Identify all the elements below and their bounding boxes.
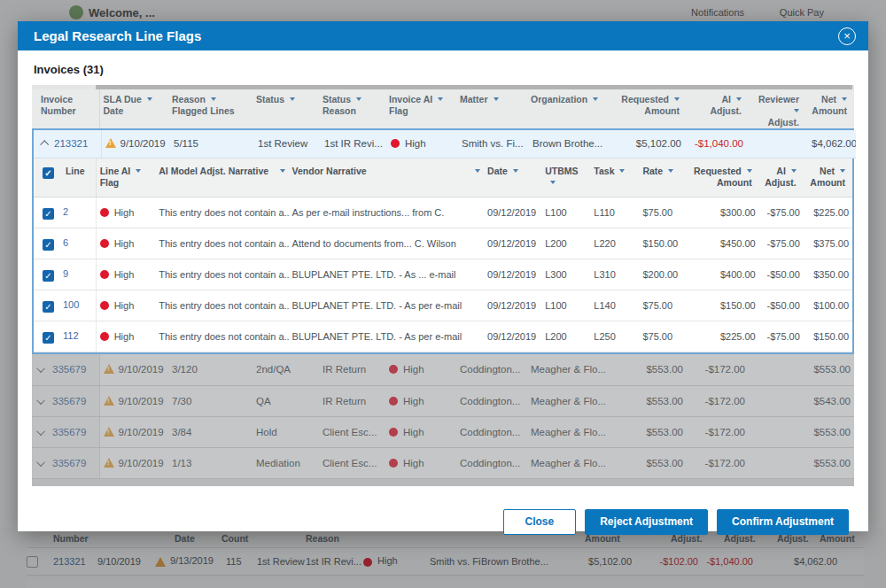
cell-ai-adjust: -$172.00 (687, 385, 749, 416)
chevron-up-icon[interactable] (40, 141, 49, 150)
flag-dot-icon (389, 428, 398, 437)
chevron-down-icon[interactable] (36, 364, 45, 373)
column-header[interactable]: AI Adjust. (759, 159, 804, 197)
line-number-link[interactable]: 2 (63, 206, 68, 217)
row-checkbox[interactable] (43, 270, 54, 282)
column-header[interactable]: Organization (527, 89, 607, 128)
line-item-row[interactable]: 100 High This entry does not contain a..… (34, 290, 852, 321)
row-checkbox[interactable] (43, 239, 54, 251)
cell-requested: $150.00 (688, 290, 759, 321)
column-header[interactable]: AI Adjust. (687, 89, 749, 128)
sort-caret-icon[interactable] (550, 181, 556, 184)
column-header[interactable]: Net Amount (806, 89, 854, 128)
sort-caret-icon[interactable] (840, 169, 845, 173)
warning-icon (105, 138, 116, 148)
confirm-adjustment-button[interactable]: Confirm Adjustment (717, 509, 849, 535)
invoice-row-collapsed[interactable]: 335679 9/10/2019 3/120 2nd/QA IR Return … (32, 354, 854, 385)
cell-sla-date: 9/10/2019 (119, 364, 164, 375)
line-item-row[interactable]: 9 High This entry does not contain a... … (34, 259, 852, 290)
invoice-row-collapsed[interactable]: 335679 9/10/2019 1/13 Mediation Client E… (32, 447, 854, 478)
column-header[interactable]: Status Reason (319, 89, 385, 128)
cell-flagged-lines: 1/13 (168, 447, 253, 478)
column-header[interactable]: Line AI Flag (96, 159, 155, 197)
chevron-down-icon[interactable] (36, 458, 45, 467)
row-checkbox[interactable] (43, 332, 54, 344)
sort-caret-icon[interactable] (747, 169, 752, 173)
cell-matter: Coddington... (456, 416, 527, 447)
reject-adjustment-button[interactable]: Reject Adjustment (585, 509, 708, 535)
line-number-link[interactable]: 6 (63, 237, 68, 248)
column-header[interactable]: Line (34, 159, 96, 197)
line-item-row[interactable]: 6 High This entry does not contain a... … (34, 228, 852, 259)
invoice-link[interactable]: 335679 (52, 458, 86, 468)
sort-caret-icon[interactable] (136, 169, 141, 173)
column-header[interactable]: Reviewer Adjust. (749, 89, 806, 128)
cell-status-reason: Client Esc... (319, 447, 385, 478)
sort-caret-icon[interactable] (619, 169, 625, 173)
sort-caret-icon[interactable] (593, 97, 598, 101)
warning-icon (104, 458, 114, 468)
modal-footer: Close Reject Adjustment Confirm Adjustme… (32, 509, 854, 535)
cell-reviewer-adjust (750, 130, 808, 158)
modal-body: Invoices (31) Invoice Number SLA Due Dat… (18, 63, 868, 535)
column-header[interactable]: Date (484, 159, 541, 197)
close-button[interactable]: Close (503, 509, 577, 535)
cell-net: $553.00 (806, 416, 854, 447)
sort-caret-icon[interactable] (674, 97, 680, 101)
cell-requested: $553.00 (607, 447, 687, 478)
column-header[interactable]: Matter (456, 89, 527, 128)
line-item-row[interactable]: 2 High This entry does not contain a... … (34, 197, 852, 228)
select-all-checkbox[interactable] (43, 167, 54, 179)
column-header[interactable]: Requested Amount (688, 159, 759, 197)
column-header[interactable]: Task (590, 159, 639, 197)
invoice-link[interactable]: 335679 (52, 364, 86, 375)
sort-caret-icon[interactable] (668, 169, 673, 173)
cell-ai-adjust: -$50.00 (759, 259, 804, 290)
sort-caret-icon[interactable] (494, 97, 499, 101)
cell-line-ai-flag: High (114, 269, 135, 280)
cell-sla-date: 9/10/2019 (119, 396, 164, 406)
column-header[interactable]: Rate (639, 159, 688, 197)
invoice-row-collapsed[interactable]: 335679 9/10/2019 7/30 QA IR Return High … (32, 385, 854, 416)
invoice-row-expanded[interactable]: 213321 9/10/2019 5/115 1st Review 1st IR… (34, 130, 856, 158)
column-header[interactable]: Vendor Narrative (289, 159, 484, 197)
column-header[interactable]: Requested Amount (607, 89, 687, 128)
sort-caret-icon[interactable] (736, 97, 742, 101)
invoice-row-collapsed[interactable]: 335679 9/10/2019 3/84 Hold Client Esc...… (32, 416, 854, 447)
sort-caret-icon[interactable] (513, 169, 518, 173)
sort-caret-icon[interactable] (794, 109, 799, 112)
column-header[interactable]: Status (253, 89, 319, 128)
sort-caret-icon[interactable] (438, 97, 443, 101)
cell-reviewer-adjust (749, 385, 806, 416)
cell-net: $553.00 (806, 354, 854, 385)
row-checkbox[interactable] (43, 208, 54, 220)
sort-caret-icon[interactable] (147, 97, 152, 101)
line-number-link[interactable]: 112 (63, 330, 79, 341)
column-header[interactable]: Net Amount (804, 159, 852, 197)
line-number-link[interactable]: 9 (63, 268, 68, 279)
flag-dot-icon (100, 208, 109, 217)
column-header[interactable]: Invoice Number (32, 89, 99, 128)
sort-caret-icon[interactable] (280, 169, 285, 173)
line-number-link[interactable]: 100 (63, 299, 79, 310)
sort-caret-icon[interactable] (290, 97, 295, 101)
column-header[interactable]: Invoice AI Flag (385, 89, 456, 128)
line-item-row[interactable]: 112 High This entry does not contain a..… (34, 321, 852, 352)
sort-caret-icon[interactable] (791, 169, 797, 173)
invoice-link[interactable]: 335679 (52, 396, 86, 406)
column-header[interactable]: SLA Due Date (99, 89, 168, 128)
invoice-link[interactable]: 213321 (54, 138, 88, 149)
sort-caret-icon[interactable] (842, 97, 847, 101)
sort-caret-icon[interactable] (356, 97, 361, 101)
column-header[interactable]: UTBMS (541, 159, 590, 197)
chevron-down-icon[interactable] (36, 427, 45, 436)
sort-caret-icon[interactable] (475, 169, 480, 173)
sort-caret-icon[interactable] (211, 97, 216, 101)
column-header[interactable]: Reason Flagged Lines (168, 89, 253, 128)
close-icon[interactable]: × (838, 27, 856, 45)
cell-matter: Coddington... (456, 385, 527, 416)
invoice-link[interactable]: 335679 (52, 427, 86, 437)
chevron-down-icon[interactable] (36, 396, 45, 405)
row-checkbox[interactable] (43, 301, 54, 313)
column-header[interactable]: AI Model Adjst. Narrative (155, 159, 288, 197)
